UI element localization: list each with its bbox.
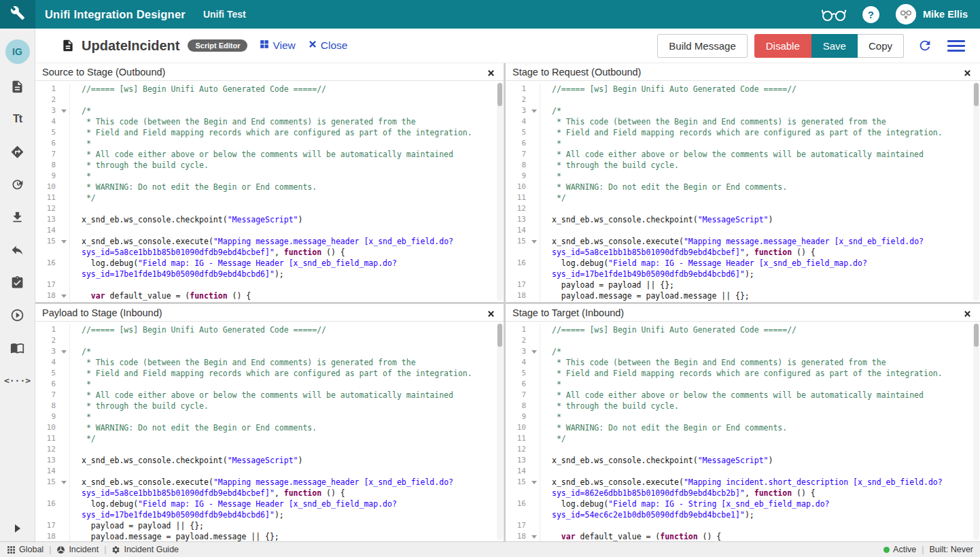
text-style-icon[interactable]: Tt — [10, 112, 25, 126]
code-text[interactable]: * — [540, 171, 561, 182]
integration-avatar[interactable]: IG — [5, 39, 30, 64]
code-line[interactable]: 6 * — [506, 379, 980, 390]
fold-arrow-icon[interactable] — [529, 346, 540, 357]
code-editor[interactable]: 1//===== [ws] Begin Unifi Auto Generated… — [506, 322, 980, 541]
view-button[interactable]: View — [260, 39, 295, 52]
code-text[interactable]: */ — [70, 433, 96, 444]
code-text[interactable]: */ — [70, 192, 96, 203]
code-line[interactable]: 13x_snd_eb.ws_console.checkpoint("Messag… — [35, 455, 504, 466]
code-line[interactable]: 5 * Field and Field mapping records whic… — [35, 127, 504, 138]
code-line[interactable]: 16 log.debug("Field map: IG - Message He… — [506, 258, 980, 269]
vertical-scrollbar[interactable] — [973, 323, 979, 540]
code-text[interactable]: log.debug("Field map: IG - String [x_snd… — [540, 499, 830, 509]
code-text[interactable]: //===== [ws] Begin Unifi Auto Generated … — [70, 84, 326, 95]
code-text[interactable]: sys_id=862e6dbb1b85b01090dfdb9ebd4bcb2b]… — [540, 488, 816, 499]
download-icon[interactable] — [10, 209, 25, 224]
vertical-scrollbar[interactable] — [497, 82, 503, 301]
vertical-scrollbar[interactable] — [973, 82, 979, 301]
code-text[interactable]: * through the build cycle. — [540, 160, 679, 171]
code-line[interactable]: 3/* — [506, 346, 980, 357]
code-line[interactable]: 15x_snd_eb.ws_console.execute("Mapping m… — [35, 236, 504, 247]
code-text[interactable] — [540, 225, 552, 236]
code-line[interactable]: 2 — [35, 335, 504, 346]
code-text[interactable]: * Field and Field mapping records which … — [70, 127, 472, 138]
code-line[interactable]: sys_id=54ec6c2e1b0db05090dfdb9ebd4bcbe1]… — [506, 509, 980, 520]
code-line[interactable]: 10 * WARNING: Do not edit the Begin or E… — [506, 422, 980, 433]
code-text[interactable]: //===== [ws] Begin Unifi Auto Generated … — [540, 84, 797, 95]
code-text[interactable] — [540, 520, 552, 531]
code-line[interactable]: 9 * — [506, 171, 980, 182]
code-text[interactable]: x_snd_eb.ws_console.checkpoint("MessageS… — [70, 455, 302, 466]
code-line[interactable]: 7 * All code either above or below the c… — [35, 149, 504, 160]
scrollbar-thumb[interactable] — [497, 83, 502, 106]
code-text[interactable]: * through the build cycle. — [540, 401, 679, 411]
document-icon[interactable] — [10, 79, 25, 94]
code-text[interactable]: * — [540, 379, 561, 390]
code-text[interactable]: /* — [540, 105, 561, 116]
code-line[interactable]: 18 payload.message = payload.message || … — [35, 531, 504, 541]
code-line[interactable]: 8 * through the build cycle. — [35, 401, 504, 411]
code-text[interactable]: //===== [ws] Begin Unifi Auto Generated … — [540, 324, 797, 335]
code-text[interactable]: * WARNING: Do not edit the Begin or End … — [70, 182, 317, 192]
code-line[interactable]: 9 * — [506, 411, 980, 422]
app-logo[interactable] — [0, 0, 35, 29]
code-text[interactable] — [540, 335, 552, 346]
code-line[interactable]: 13x_snd_eb.ws_console.checkpoint("Messag… — [506, 455, 980, 466]
code-line[interactable]: 6 * — [506, 138, 980, 149]
code-line[interactable]: 5 * Field and Field mapping records whic… — [35, 368, 504, 379]
code-text[interactable] — [540, 203, 552, 214]
code-text[interactable] — [70, 466, 82, 477]
code-line[interactable]: sys_id=862e6dbb1b85b01090dfdb9ebd4bcb2b]… — [506, 488, 980, 499]
scrollbar-thumb[interactable] — [497, 324, 502, 347]
code-editor[interactable]: 1//===== [ws] Begin Unifi Auto Generated… — [35, 322, 504, 541]
code-text[interactable] — [70, 225, 82, 236]
code-line[interactable]: 13x_snd_eb.ws_console.checkpoint("Messag… — [506, 214, 980, 225]
code-text[interactable]: sys_id=54ec6c2e1b0db05090dfdb9ebd4bcbe1]… — [540, 509, 754, 520]
code-line[interactable]: 18 var default_value = (function () { — [35, 290, 504, 301]
code-line[interactable]: 12 — [506, 203, 980, 214]
code-line[interactable]: 11 */ — [506, 192, 980, 203]
code-text[interactable]: x_snd_eb.ws_console.checkpoint("MessageS… — [540, 214, 773, 225]
fold-arrow-icon[interactable] — [529, 236, 540, 247]
fold-arrow-icon[interactable] — [59, 290, 69, 301]
code-text[interactable]: * — [540, 138, 561, 149]
code-line[interactable]: 11 */ — [35, 192, 504, 203]
scrollbar-thumb[interactable] — [974, 83, 979, 106]
refresh-icon[interactable] — [917, 38, 932, 53]
code-line[interactable]: 6 * — [35, 379, 504, 390]
code-text[interactable]: * — [70, 379, 91, 390]
code-text[interactable]: * WARNING: Do not edit the Begin or End … — [540, 422, 787, 433]
code-text[interactable]: log.debug("Field map: IG - Message Heade… — [70, 499, 397, 509]
statusbar-item-global[interactable]: Global — [7, 545, 43, 554]
code-line[interactable]: 9 * — [35, 411, 504, 422]
panel-close-icon[interactable] — [964, 308, 973, 318]
code-line[interactable]: 7 * All code either above or below the c… — [35, 390, 504, 401]
code-line[interactable]: 8 * through the build cycle. — [506, 401, 980, 411]
code-line[interactable]: 7 * All code either above or below the c… — [506, 390, 980, 401]
code-text[interactable]: * This code (between the Begin and End c… — [70, 116, 416, 127]
code-line[interactable]: 5 * Field and Field mapping records whic… — [506, 368, 980, 379]
code-text[interactable]: var default_value = (function () { — [540, 531, 721, 541]
code-line[interactable]: 1//===== [ws] Begin Unifi Auto Generated… — [506, 324, 980, 335]
history-icon[interactable] — [10, 177, 25, 192]
code-line[interactable]: 12 — [35, 203, 504, 214]
code-line[interactable]: 6 * — [35, 138, 504, 149]
user-name[interactable]: Mike Ellis — [923, 9, 968, 20]
code-line[interactable]: 15x_snd_eb.ws_console.execute("Mapping i… — [506, 477, 980, 488]
panel-close-icon[interactable] — [964, 67, 973, 77]
code-line[interactable]: 3/* — [35, 105, 504, 116]
code-text[interactable]: * All code either above or below the com… — [540, 390, 924, 401]
code-line[interactable]: sys_id=17be1fde1b49b05090dfdb9ebd4bcbd6]… — [506, 269, 980, 280]
code-text[interactable]: * Field and Field mapping records which … — [70, 368, 472, 379]
code-text[interactable]: * — [70, 138, 91, 149]
code-text[interactable]: sys_id=17be1fde1b49b05090dfdb9ebd4bcbd6]… — [70, 509, 284, 520]
fold-arrow-icon[interactable] — [59, 346, 69, 357]
code-line[interactable]: 7 * All code either above or below the c… — [506, 149, 980, 160]
code-text[interactable]: * — [70, 411, 91, 422]
code-text[interactable]: x_snd_eb.ws_console.execute("Mapping inc… — [540, 477, 943, 488]
code-editor[interactable]: 1//===== [ws] Begin Unifi Auto Generated… — [506, 81, 980, 302]
code-text[interactable]: log.debug("Field map: IG - Message Heade… — [70, 258, 397, 269]
code-line[interactable]: 14 — [506, 225, 980, 236]
play-circle-icon[interactable] — [10, 307, 25, 322]
statusbar-item-incident-guide[interactable]: Incident Guide — [111, 545, 179, 554]
